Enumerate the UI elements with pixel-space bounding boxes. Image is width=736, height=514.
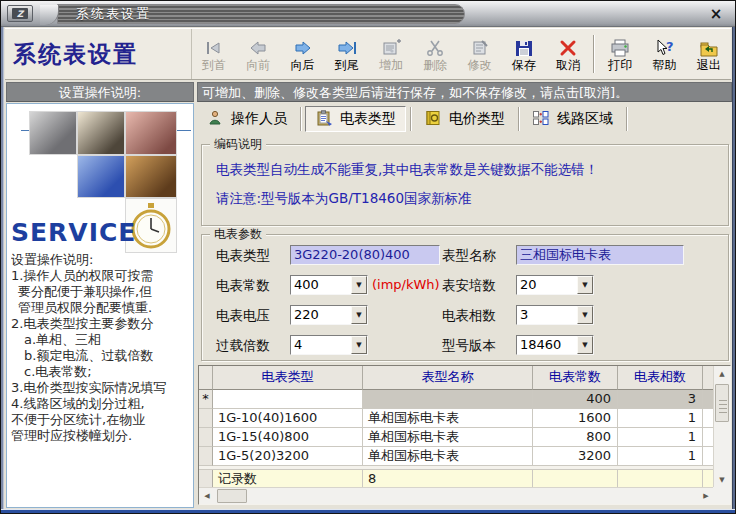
toolbar-separator <box>593 35 595 73</box>
tab-label: 线路区域 <box>557 110 613 128</box>
tab-meter-type[interactable]: 电表类型 <box>305 106 406 132</box>
phases-select[interactable]: 3 ▼ <box>516 305 594 325</box>
meter-type-table: 电表类型 表型名称 电表常数 电表相数 * 400 3 1G-10(40)160… <box>198 365 731 505</box>
window-title: 系统表设置 <box>76 5 151 23</box>
scroll-down-icon[interactable]: ▼ <box>714 472 730 488</box>
column-header[interactable]: 电表常数 <box>533 366 618 390</box>
scroll-up-icon[interactable]: ▲ <box>714 366 730 382</box>
scroll-left-icon[interactable]: ◀ <box>199 488 215 504</box>
tab-line-area[interactable]: 线路区域 <box>523 106 622 132</box>
cell-phases[interactable]: 1 <box>618 428 703 447</box>
ampere-select[interactable]: 20 ▼ <box>516 275 594 295</box>
edit-note-icon <box>469 39 491 57</box>
table-row[interactable]: 1G-5(20)3200 单相国标电卡表 3200 1 <box>199 447 730 466</box>
chevron-down-icon[interactable]: ▼ <box>577 276 593 294</box>
tab-price-type[interactable]: 电价类型 <box>415 106 514 132</box>
row-indicator <box>199 428 213 447</box>
tab-bar: 操作人员 电表类型 电价类型 线路区域 <box>197 104 732 134</box>
horizontal-scroll-thumb[interactable] <box>217 489 247 503</box>
cell-name[interactable]: 单相国标电卡表 <box>363 428 533 447</box>
meter-type-field[interactable]: 3G220-20(80)400 <box>290 245 440 265</box>
column-header[interactable]: 电表类型 <box>213 366 363 390</box>
book-icon <box>424 110 442 129</box>
vertical-scrollbar[interactable]: ▲ ▼ <box>713 366 730 488</box>
add-form-icon <box>380 39 402 57</box>
table-body: * 400 3 1G-10(40)1600 单相国标电卡表 1600 1 1G-… <box>199 390 730 489</box>
tab-operators[interactable]: 操作人员 <box>197 106 296 132</box>
meter-params-group: 电表参数 电表类型 3G220-20(80)400 表型名称 三相国标电卡表 电… <box>201 234 729 361</box>
arrow-left-icon <box>247 39 269 57</box>
cell-type[interactable]: 1G-10(40)1600 <box>213 409 363 428</box>
last-record-button[interactable]: 到尾 <box>325 29 369 79</box>
coding-note-2: 请注意:型号版本为GB/T18460国家新标准 <box>216 190 472 208</box>
column-header[interactable]: 电表相数 <box>618 366 703 390</box>
first-record-button[interactable]: 到首 <box>192 29 236 79</box>
instruction-line: 设置操作说明: <box>11 252 191 268</box>
cell-phases[interactable]: 3 <box>618 390 703 409</box>
instruction-line: 2.电表类型按主要参数分 <box>11 316 191 332</box>
app-logo-icon: Z <box>7 5 33 22</box>
model-version-select[interactable]: 18460 ▼ <box>516 335 594 355</box>
table-row[interactable]: 1G-10(40)1600 单相国标电卡表 1600 1 <box>199 409 730 428</box>
exit-button[interactable]: 退出 <box>687 29 731 79</box>
chevron-down-icon[interactable]: ▼ <box>351 306 367 324</box>
cell-name[interactable]: 单相国标电卡表 <box>363 409 533 428</box>
meter-constant-label: 电表常数 <box>216 275 270 295</box>
notice-bar: 可增加、删除、修改各类型后请进行保存，如不保存修改，请点击[取消]。 <box>197 82 732 102</box>
delete-record-button[interactable]: 删除 <box>413 29 457 79</box>
chevron-down-icon[interactable]: ▼ <box>351 276 367 294</box>
exit-folder-icon <box>698 39 720 57</box>
edit-record-button[interactable]: 修改 <box>457 29 501 79</box>
column-header[interactable]: 表型名称 <box>363 366 533 390</box>
group-title: 电表参数 <box>210 227 266 241</box>
instruction-line: 1.操作人员的权限可按需 <box>11 268 191 284</box>
meter-type-label: 电表类型 <box>216 245 270 265</box>
vertical-scroll-thumb[interactable] <box>715 384 729 422</box>
row-indicator <box>199 447 213 466</box>
instruction-line: a.单相、三相 <box>11 332 191 348</box>
instruction-line: c.电表常数; <box>11 364 191 380</box>
close-button[interactable]: × <box>707 5 725 23</box>
cell-type[interactable] <box>213 390 363 409</box>
cell-phases[interactable]: 1 <box>618 409 703 428</box>
arrow-first-icon <box>203 39 225 57</box>
instruction-line: 管理员权限分配要慎重. <box>11 300 191 316</box>
model-version-label: 型号版本 <box>442 335 496 355</box>
instruction-line: b.额定电流、过载倍数 <box>11 348 191 364</box>
prev-record-button[interactable]: 向前 <box>236 29 280 79</box>
window-bottom-edge <box>1 509 735 513</box>
table-row-new[interactable]: * 400 3 <box>199 390 730 409</box>
app-window: Z 系统表设置 × 系统表设置 到首 向前 向后 到尾 增加 <box>0 0 736 514</box>
window-left-edge <box>1 27 4 513</box>
model-name-field[interactable]: 三相国标电卡表 <box>516 245 684 265</box>
cell-constant[interactable]: 800 <box>533 428 618 447</box>
cell-type[interactable]: 1G-15(40)800 <box>213 428 363 447</box>
help-button[interactable]: ? 帮助 <box>642 29 686 79</box>
instruction-line: 不便于分区统计,在物业 <box>11 412 191 428</box>
meter-constant-select[interactable]: 400 ▼ <box>290 275 368 295</box>
voltage-select[interactable]: 220 ▼ <box>290 305 368 325</box>
tab-separator <box>300 107 301 131</box>
next-record-button[interactable]: 向后 <box>280 29 324 79</box>
cell-phases[interactable]: 1 <box>618 447 703 466</box>
cell-name[interactable]: 单相国标电卡表 <box>363 447 533 466</box>
scroll-right-icon[interactable]: ▶ <box>698 488 714 504</box>
chevron-down-icon[interactable]: ▼ <box>577 336 593 354</box>
chevron-down-icon[interactable]: ▼ <box>351 336 367 354</box>
cell-constant[interactable]: 3200 <box>533 447 618 466</box>
cell-type[interactable]: 1G-5(20)3200 <box>213 447 363 466</box>
svg-text:?: ? <box>666 39 674 54</box>
add-record-button[interactable]: 增加 <box>369 29 413 79</box>
cell-name[interactable] <box>363 390 533 409</box>
print-button[interactable]: 打印 <box>598 29 642 79</box>
instruction-line: 要分配便于兼职操作,但 <box>11 284 191 300</box>
table-row[interactable]: 1G-15(40)800 单相国标电卡表 800 1 <box>199 428 730 447</box>
save-button[interactable]: 保存 <box>502 29 546 79</box>
unit-hint: (imp/kWh) <box>372 275 440 295</box>
horizontal-scrollbar[interactable]: ◀ ▶ <box>199 487 714 504</box>
cell-constant[interactable]: 1600 <box>533 409 618 428</box>
chevron-down-icon[interactable]: ▼ <box>577 306 593 324</box>
overload-select[interactable]: 4 ▼ <box>290 335 368 355</box>
cell-constant[interactable]: 400 <box>533 390 618 409</box>
cancel-button[interactable]: 取消 <box>546 29 590 79</box>
